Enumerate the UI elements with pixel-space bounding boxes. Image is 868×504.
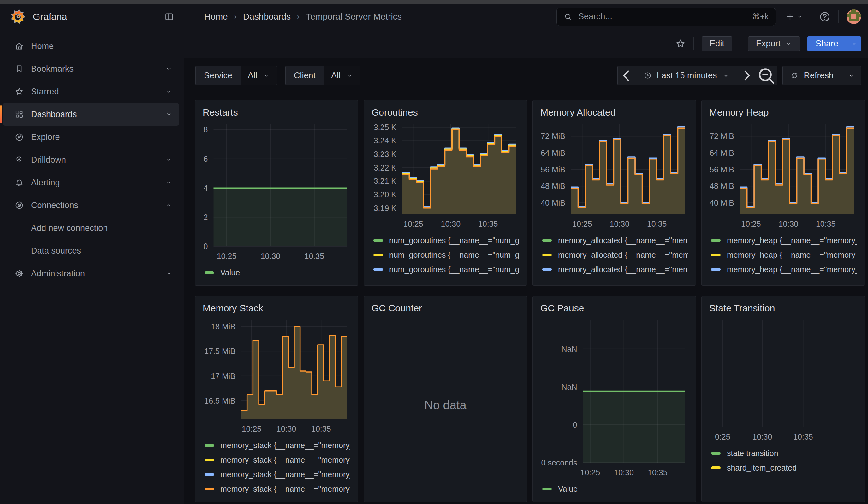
legend-item[interactable]: memory_allocated {__name__="memo bbox=[540, 262, 688, 277]
time-range-picker[interactable]: Last 15 minutes bbox=[636, 66, 738, 85]
sidebar-item-bookmarks[interactable]: Bookmarks bbox=[2, 58, 179, 80]
variables-row: ServiceAllClientAll Last 15 minutes bbox=[195, 66, 861, 85]
edit-button[interactable]: Edit bbox=[702, 36, 732, 51]
panel-title[interactable]: Memory Allocated bbox=[540, 106, 688, 119]
sidebar-toggle-icon[interactable] bbox=[164, 12, 174, 22]
variable-value-dropdown[interactable]: All bbox=[324, 66, 360, 85]
bookmark-icon bbox=[14, 64, 24, 74]
legend-item[interactable]: num_goroutines {__name__="num_go bbox=[372, 262, 519, 277]
svg-text:56 MiB: 56 MiB bbox=[541, 165, 565, 174]
search-box[interactable]: ⌘+k bbox=[557, 8, 776, 26]
legend-item[interactable]: memory_allocated {__name__="memo bbox=[540, 233, 688, 248]
add-new-button[interactable] bbox=[785, 12, 803, 21]
svg-text:NaN: NaN bbox=[561, 382, 577, 391]
legend-label: state transition bbox=[727, 449, 778, 458]
legend-item[interactable]: memory_heap {__name__="memory_h bbox=[709, 248, 857, 262]
chart-gc-pause[interactable]: NaNNaN00 seconds10:2510:3010:35 bbox=[540, 317, 688, 479]
chevron-up-icon[interactable] bbox=[165, 202, 172, 209]
sidebar-item-data-sources[interactable]: Data sources bbox=[2, 239, 179, 262]
breadcrumb-dashboards[interactable]: Dashboards bbox=[243, 12, 291, 22]
panel-title[interactable]: Restarts bbox=[203, 106, 350, 119]
drilldown-icon bbox=[14, 155, 24, 165]
svg-text:17 MiB: 17 MiB bbox=[211, 372, 236, 381]
chevron-down-icon[interactable] bbox=[165, 111, 172, 118]
share-dropdown-chevron[interactable] bbox=[847, 36, 861, 51]
legend-item[interactable]: shard_item_created bbox=[709, 460, 857, 475]
legend-label: memory_stack {__name__="memory_s bbox=[220, 470, 350, 479]
time-shift-back-button[interactable] bbox=[617, 66, 636, 85]
time-shift-forward-button[interactable] bbox=[738, 66, 755, 85]
chart-memory-heap[interactable]: 40 MiB48 MiB56 MiB64 MiB72 MiB10:2510:30… bbox=[709, 121, 857, 230]
chevron-down-icon[interactable] bbox=[165, 156, 172, 163]
svg-text:2: 2 bbox=[204, 213, 208, 222]
panel-legend: memory_stack {__name__="memory_smemory_s… bbox=[203, 435, 350, 496]
legend-item[interactable]: Value bbox=[203, 265, 350, 280]
chart-memory-stack[interactable]: 16.5 MiB17 MiB17.5 MiB18 MiB10:2510:3010… bbox=[203, 317, 350, 435]
search-icon bbox=[564, 12, 572, 21]
legend-item[interactable]: memory_heap {__name__="memory_h bbox=[709, 277, 857, 280]
breadcrumb-home[interactable]: Home bbox=[204, 12, 228, 22]
legend-item[interactable]: memory_stack {__name__="memory_s bbox=[203, 482, 350, 496]
chevron-down-icon[interactable] bbox=[165, 65, 172, 72]
user-avatar[interactable] bbox=[847, 10, 861, 24]
chevron-down-icon[interactable] bbox=[165, 270, 172, 277]
sidebar-item-explore[interactable]: Explore bbox=[2, 126, 179, 148]
compass-icon bbox=[14, 132, 24, 142]
refresh-interval-chevron[interactable] bbox=[841, 66, 861, 85]
chart-goroutines[interactable]: 3.19 K3.20 K3.21 K3.22 K3.23 K3.24 K3.25… bbox=[372, 121, 519, 230]
legend-item[interactable]: num_goroutines {__name__="num_go bbox=[372, 277, 519, 280]
favorite-star-icon[interactable] bbox=[675, 38, 686, 49]
legend-item[interactable]: memory_heap {__name__="memory_h bbox=[709, 262, 857, 277]
svg-text:0: 0 bbox=[204, 242, 208, 251]
legend-swatch bbox=[711, 452, 721, 455]
chart-memory-allocated[interactable]: 40 MiB48 MiB56 MiB64 MiB72 MiB10:2510:30… bbox=[540, 121, 688, 230]
legend-item[interactable]: memory_heap {__name__="memory_h bbox=[709, 233, 857, 248]
panel-title[interactable]: GC Counter bbox=[372, 302, 519, 315]
legend-label: num_goroutines {__name__="num_go bbox=[389, 279, 519, 280]
legend-swatch bbox=[205, 459, 214, 461]
breadcrumb-current: Temporal Server Metrics bbox=[306, 12, 402, 22]
chevron-down-icon[interactable] bbox=[165, 179, 172, 186]
legend-item[interactable]: memory_stack {__name__="memory_s bbox=[203, 453, 350, 467]
chevron-down-icon[interactable] bbox=[165, 88, 172, 95]
sidebar-item-administration[interactable]: Administration bbox=[2, 262, 179, 285]
sidebar-item-home[interactable]: Home bbox=[2, 35, 179, 58]
panel-title[interactable]: State Transition bbox=[709, 302, 857, 315]
legend-item[interactable]: Value bbox=[540, 482, 688, 496]
search-input[interactable] bbox=[578, 11, 752, 22]
panel-title[interactable]: Memory Stack bbox=[203, 302, 350, 315]
sidebar-item-alerting[interactable]: Alerting bbox=[2, 171, 179, 194]
legend-item[interactable]: memory_allocated {__name__="memo bbox=[540, 277, 688, 280]
gear-icon bbox=[14, 269, 24, 278]
refresh-button[interactable]: Refresh bbox=[783, 66, 841, 85]
sidebar-item-starred[interactable]: Starred bbox=[2, 80, 179, 103]
legend-swatch bbox=[711, 239, 721, 242]
export-button[interactable]: Export bbox=[748, 36, 800, 51]
legend-item[interactable]: num_goroutines {__name__="num_go bbox=[372, 248, 519, 262]
share-button[interactable]: Share bbox=[807, 36, 847, 51]
sidebar-item-add-new-connection[interactable]: Add new connection bbox=[2, 217, 179, 239]
legend-label: memory_stack {__name__="memory_s bbox=[220, 441, 350, 450]
sidebar-item-dashboards[interactable]: Dashboards bbox=[2, 103, 179, 126]
legend-item[interactable]: state transition bbox=[709, 446, 857, 460]
legend-item[interactable]: memory_allocated {__name__="memo bbox=[540, 248, 688, 262]
legend-item[interactable]: num_goroutines {__name__="num_go bbox=[372, 233, 519, 248]
svg-text:10:30: 10:30 bbox=[261, 252, 281, 260]
zoom-out-button[interactable] bbox=[755, 66, 777, 85]
chart-restarts[interactable]: 0246810:2510:3010:35 bbox=[203, 121, 350, 263]
legend-swatch bbox=[711, 466, 721, 469]
panel-title[interactable]: GC Pause bbox=[540, 302, 688, 315]
sidebar-item-label: Administration bbox=[31, 269, 85, 278]
legend-label: memory_stack {__name__="memory_s bbox=[220, 455, 350, 464]
legend-swatch bbox=[373, 254, 383, 256]
variable-value-dropdown[interactable]: All bbox=[241, 66, 277, 85]
help-icon[interactable] bbox=[819, 11, 831, 23]
panel-title[interactable]: Memory Heap bbox=[709, 106, 857, 119]
chart-state-transition[interactable]: 0:2510:3010:35 bbox=[709, 317, 857, 443]
sidebar-item-connections[interactable]: Connections bbox=[2, 194, 179, 217]
sidebar-item-drilldown[interactable]: Drilldown bbox=[2, 148, 179, 171]
legend-swatch bbox=[205, 271, 214, 274]
panel-title[interactable]: Goroutines bbox=[372, 106, 519, 119]
legend-item[interactable]: memory_stack {__name__="memory_s bbox=[203, 438, 350, 453]
legend-item[interactable]: memory_stack {__name__="memory_s bbox=[203, 467, 350, 482]
